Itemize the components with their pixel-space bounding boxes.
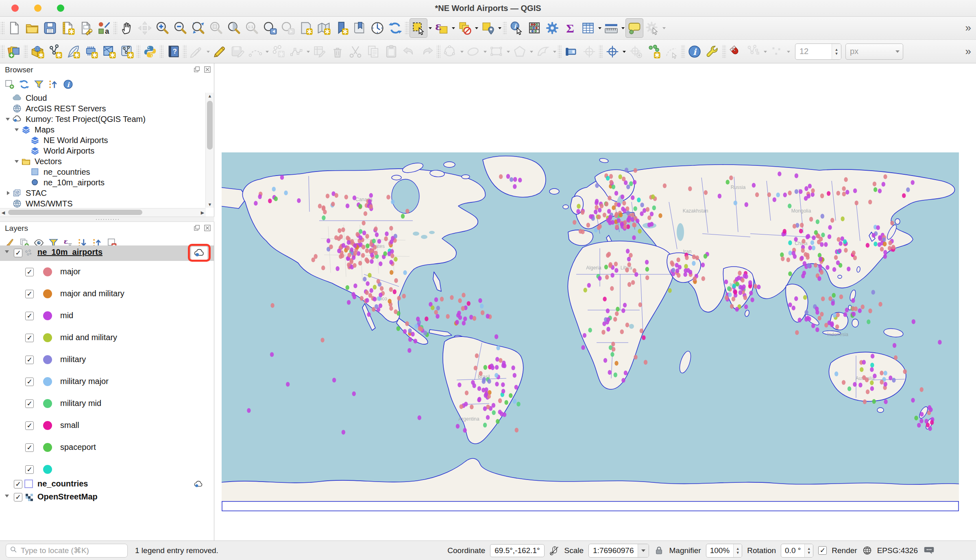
toolbar-drag-handle[interactable] <box>24 45 28 59</box>
legend-item-military[interactable]: ✓military <box>0 352 214 368</box>
browser-item-arcgis-rest-servers[interactable]: ArcGIS REST Servers <box>0 103 206 114</box>
toolbar-drag-handle[interactable] <box>722 45 726 59</box>
expander-icon[interactable] <box>2 248 11 255</box>
layer-info-button[interactable]: i <box>686 42 704 61</box>
expander-icon[interactable] <box>12 126 21 133</box>
new-mesh-layer-button[interactable] <box>100 42 118 61</box>
chevron-down-icon[interactable] <box>638 544 649 557</box>
browser-item-ne-10m-airports[interactable]: ne_10m_airports <box>0 177 206 188</box>
symbol-size-steppers[interactable]: ▲▼ <box>832 44 841 59</box>
deselect-features-dropdown[interactable] <box>474 18 479 38</box>
toolbar-drag-handle[interactable] <box>1 21 4 35</box>
zoom-out-button[interactable] <box>172 18 190 38</box>
toolbar-drag-handle[interactable] <box>681 45 685 59</box>
digitize-ellipse-dropdown[interactable] <box>482 42 488 61</box>
pan-map-button[interactable] <box>118 18 136 38</box>
crs-globe-icon[interactable] <box>862 545 872 556</box>
select-by-location-button[interactable] <box>479 18 497 38</box>
browser-filter-button[interactable] <box>32 77 46 91</box>
snap-on-intersection-dropdown[interactable] <box>786 42 791 61</box>
help-button[interactable]: ? <box>164 42 182 61</box>
locator-search[interactable] <box>6 544 128 558</box>
rotation-spinner[interactable]: 0.0 ° ▲▼ <box>781 544 813 558</box>
toggle-editing-button[interactable] <box>211 42 229 61</box>
toolbar-drag-handle[interactable] <box>137 45 140 59</box>
new-print-layout-button[interactable] <box>59 18 77 38</box>
symbol-unit-combobox[interactable]: px <box>845 43 903 60</box>
map-canvas[interactable]: CanadaUnited StatesMéxicoBrasilArgentina… <box>215 63 976 540</box>
data-source-manager-button[interactable] <box>5 42 23 61</box>
layer-item-openstreetmap[interactable]: ✓OpenStreetMap <box>0 491 214 504</box>
zoom-full-button[interactable] <box>190 18 207 38</box>
identify-features-button[interactable]: i <box>508 18 525 38</box>
options-button[interactable] <box>543 18 561 38</box>
browser-vertical-scrollbar[interactable]: ▲▼ <box>205 93 214 208</box>
digitize-regular-polygon-dropdown[interactable] <box>529 42 534 61</box>
browser-properties-button[interactable]: i <box>61 77 75 91</box>
browser-add-layer-button[interactable] <box>2 77 16 91</box>
open-attribute-table-dropdown[interactable] <box>597 18 602 38</box>
legend-item-major[interactable]: ✓major <box>0 264 214 280</box>
measure-button[interactable] <box>602 18 620 38</box>
browser-item-vectors[interactable]: Vectors <box>0 156 206 167</box>
zoom-to-layer-button[interactable] <box>225 18 243 38</box>
coordinate-input[interactable]: 69.5°,-162.1° <box>490 544 544 557</box>
layer-name[interactable]: OpenStreetMap <box>37 492 98 501</box>
settings-tools-button[interactable] <box>704 42 721 61</box>
digitize-circle-dropdown[interactable] <box>459 42 464 61</box>
expander-icon[interactable] <box>3 115 12 123</box>
legend-item-major-and-military[interactable]: ✓major and military <box>0 286 214 302</box>
new-map-view-button[interactable] <box>297 18 315 38</box>
crs-label[interactable]: EPSG:4326 <box>877 546 918 555</box>
show-layout-manager-button[interactable] <box>77 18 95 38</box>
expander-icon[interactable] <box>12 158 21 165</box>
maximize-window-button[interactable] <box>57 4 64 12</box>
expander-icon[interactable] <box>2 492 11 499</box>
toolbar-drag-handle[interactable] <box>437 45 440 59</box>
current-edits-dropdown[interactable] <box>205 42 211 61</box>
new-3d-map-view-button[interactable] <box>315 18 333 38</box>
legend-visibility-checkbox[interactable]: ✓ <box>25 465 34 474</box>
layer-visibility-checkbox[interactable]: ✓ <box>14 493 22 501</box>
scale-combobox[interactable]: 1:76960976 <box>588 544 649 558</box>
move-feature-button[interactable] <box>562 42 580 61</box>
browser-collapse-all-button[interactable] <box>46 77 60 91</box>
legend-visibility-checkbox[interactable]: ✓ <box>25 356 34 364</box>
save-project-button[interactable] <box>41 18 59 38</box>
browser-float-button[interactable] <box>193 65 201 74</box>
close-window-button[interactable] <box>11 4 19 12</box>
enable-snapping-button[interactable] <box>603 42 621 61</box>
new-geopackage-layer-button[interactable] <box>28 42 46 61</box>
new-project-button[interactable] <box>5 18 23 38</box>
statistical-summary-button[interactable]: Σ <box>561 18 579 38</box>
expander-icon[interactable] <box>3 191 12 195</box>
snapping-toggle-button[interactable] <box>727 42 745 61</box>
legend-visibility-checkbox[interactable]: ✓ <box>25 421 34 430</box>
messages-icon[interactable] <box>923 545 935 556</box>
titlebar[interactable]: *NE World Airports — QGIS <box>0 0 976 17</box>
enable-snapping-dropdown[interactable] <box>621 42 627 61</box>
layer-name[interactable]: ne_countries <box>37 479 88 488</box>
toolbar-drag-handle[interactable] <box>405 21 409 35</box>
measure-dropdown[interactable] <box>620 18 625 38</box>
toolbar-drag-handle[interactable] <box>599 45 603 59</box>
layer-item-ne-10m-airports[interactable]: ✓ne_10m_airports <box>0 245 214 261</box>
legend-visibility-checkbox[interactable]: ✓ <box>25 399 34 408</box>
temporal-controller-button[interactable] <box>368 18 386 38</box>
toolbar-drag-handle[interactable] <box>558 45 562 59</box>
layer-name[interactable]: ne_10m_airports <box>37 247 102 257</box>
browser-item-stac[interactable]: STAC <box>0 188 206 198</box>
open-project-button[interactable] <box>23 18 41 38</box>
select-features-button[interactable] <box>410 18 427 38</box>
browser-item-kumoy-test-project-qgis-team[interactable]: Kumoy: Test Project(QGIS Team) <box>0 114 206 124</box>
browser-close-button[interactable] <box>203 65 211 74</box>
legend-visibility-checkbox[interactable]: ✓ <box>25 290 34 298</box>
legend-item-military-major[interactable]: ✓military major <box>0 374 214 390</box>
layer-item-ne-countries[interactable]: ✓ne_countries <box>0 478 214 491</box>
toolbar-drag-handle[interactable] <box>113 21 117 35</box>
browser-item-world-airports[interactable]: World Airports <box>0 145 206 156</box>
new-shapefile-layer-button[interactable] <box>46 42 64 61</box>
layers-close-button[interactable] <box>203 224 211 232</box>
select-by-expression-button[interactable]: ε <box>433 18 451 38</box>
open-attribute-table-button[interactable] <box>579 18 597 38</box>
